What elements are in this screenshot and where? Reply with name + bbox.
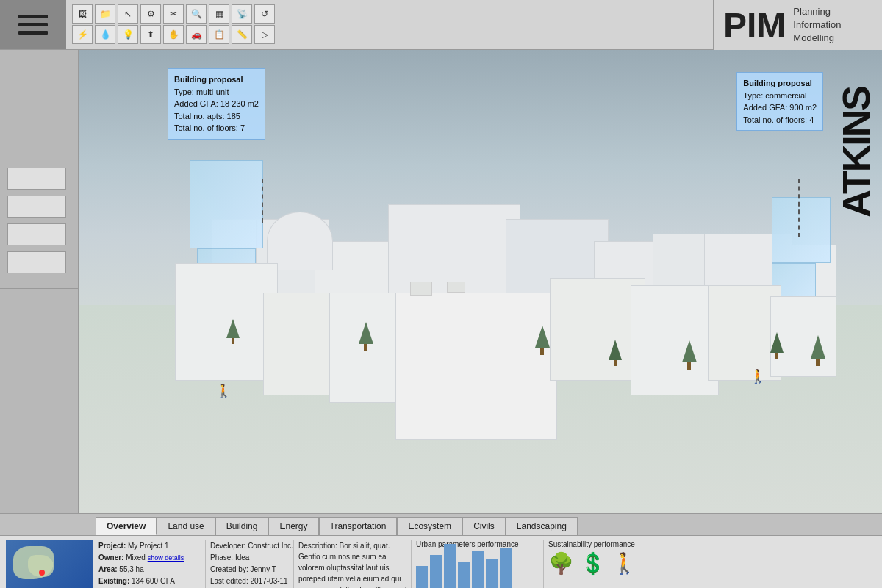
tooltip-right-title: Building proposal <box>743 77 817 90</box>
info-row: Project: My Project 1 Owner: Mixed show … <box>0 535 882 588</box>
owner-row: Owner: Mixed show details <box>98 552 205 564</box>
tb-btn-select[interactable]: ↖ <box>118 4 138 24</box>
building-tooltip-right[interactable]: Building proposal Type: commercial Added… <box>736 72 823 131</box>
tab-civils[interactable]: Civils <box>462 517 506 535</box>
tb-btn-clipboard[interactable]: 📋 <box>209 25 229 44</box>
project-label: Project: <box>98 542 126 550</box>
hamburger-line <box>18 23 48 26</box>
bar-2 <box>430 555 442 588</box>
tab-building[interactable]: Building <box>215 517 269 535</box>
pim-line3: Modelling <box>793 32 841 45</box>
tree-1 <box>359 322 373 351</box>
tooltip-left-title: Building proposal <box>174 74 259 86</box>
tooltip-right-line <box>798 179 800 237</box>
tab-land-use[interactable]: Land use <box>157 517 215 535</box>
tb-btn-search[interactable]: 🔍 <box>186 4 207 24</box>
tooltip-left-type: Type: multi-unit <box>174 86 259 98</box>
sidebar-btn-3[interactable] <box>7 223 66 245</box>
bar-7 <box>500 548 512 588</box>
viewport-3d[interactable]: Building proposal Type: multi-unit Added… <box>79 50 882 513</box>
project-value: My Project 1 <box>128 542 169 550</box>
pedestrian-2: 🚶 <box>750 368 766 384</box>
tb-btn-hand[interactable]: ✋ <box>163 25 184 44</box>
tb-btn-water[interactable]: 💧 <box>95 25 115 44</box>
building-tooltip-left[interactable]: Building proposal Type: multi-unit Added… <box>168 68 265 140</box>
sustainability-title: Sustainability performance <box>548 540 675 548</box>
bar-3 <box>444 544 456 588</box>
sidebar-btn-1[interactable] <box>7 168 66 190</box>
tb-btn-up[interactable]: ⬆ <box>140 25 161 44</box>
sidebar-bottom <box>0 288 78 435</box>
pedestrian-1: 🚶 <box>215 383 232 399</box>
toolbar: 🖼 📁 ↖ ⚙ ✂ 🔍 ▦ 📡 ↺ ⚡ 💧 💡 ⬆ ✋ 🚗 📋 📏 ▷ PIM … <box>0 0 882 50</box>
tab-overview[interactable]: Overview <box>96 517 157 535</box>
tb-btn-power[interactable]: ⚡ <box>72 25 93 44</box>
tooltip-right-gfa: Added GFA: 900 m2 <box>743 101 817 114</box>
tb-btn-refresh[interactable]: ↺ <box>254 4 275 24</box>
last-edited-label: Last edited: <box>210 577 248 585</box>
roof-detail-2 <box>447 282 465 293</box>
show-details-link[interactable]: show details <box>148 554 184 562</box>
sustainability-section: Sustainability performance 🌳 💲 🚶 <box>543 540 675 588</box>
tb-btn-car[interactable]: 🚗 <box>186 25 207 44</box>
last-edited-row: Last edited: 2017-03-11 <box>210 576 293 587</box>
sustainability-icons: 🌳 💲 🚶 <box>548 551 675 576</box>
roof-detail-1 <box>410 282 432 296</box>
building-fg-2 <box>263 293 337 395</box>
main-area: Building proposal Type: multi-unit Added… <box>0 50 882 513</box>
hamburger-menu[interactable] <box>0 0 66 49</box>
last-edited-value: 2017-03-11 <box>251 577 288 585</box>
description-label: Description: <box>298 542 337 550</box>
created-by-value: Jenny T <box>250 565 276 573</box>
building-fg-main <box>395 293 557 440</box>
tb-btn-open[interactable]: 📁 <box>95 4 115 24</box>
tb-btn-grid[interactable]: ▦ <box>209 4 229 24</box>
tab-ecosystem[interactable]: Ecosystem <box>397 517 462 535</box>
existing-label: Existing: <box>98 577 129 585</box>
bar-chart <box>416 551 543 588</box>
area-row: Area: 55,3 ha <box>98 564 205 576</box>
sidebar-buttons <box>0 160 78 281</box>
tab-landscaping[interactable]: Landscaping <box>506 517 578 535</box>
existing-row: Existing: 134 600 GFA <box>98 576 205 587</box>
sidebar <box>0 50 79 513</box>
area-label: Area: <box>98 565 118 573</box>
tb-btn-measure[interactable]: 📏 <box>232 25 252 44</box>
tooltip-right-floors: Total no. of floors: 4 <box>743 114 817 126</box>
tb-btn-play[interactable]: ▷ <box>254 25 275 44</box>
sidebar-btn-4[interactable] <box>7 251 66 273</box>
tree-7 <box>811 335 825 366</box>
urban-chart-title: Urban parameters performance <box>416 540 543 548</box>
dollar-icon: 💲 <box>580 551 606 576</box>
developer-label: Developer: <box>210 542 245 550</box>
tooltip-right-type: Type: commercial <box>743 90 817 102</box>
bar-4 <box>458 562 470 588</box>
tb-btn-signal[interactable]: 📡 <box>232 4 252 24</box>
tree-2 <box>535 326 550 355</box>
bottom-panel: Overview Land use Building Energy Transp… <box>0 513 882 588</box>
created-by-label: Created by: <box>210 565 248 573</box>
proposal-building-1[interactable] <box>190 160 263 248</box>
dome-building <box>267 212 333 270</box>
sidebar-top <box>0 57 78 160</box>
urban-chart-section: Urban parameters performance <box>411 540 543 588</box>
phase-row: Phase: Idea <box>210 552 293 564</box>
sidebar-btn-2[interactable] <box>7 196 66 218</box>
tb-btn-save[interactable]: 🖼 <box>72 4 93 24</box>
pim-subtitle: Planning Information Modelling <box>793 5 841 46</box>
tab-transportation[interactable]: Transportation <box>319 517 398 535</box>
map-section <box>6 540 93 588</box>
tb-btn-light[interactable]: 💡 <box>118 25 138 44</box>
bar-5 <box>472 551 484 588</box>
phase-label: Phase: <box>210 553 233 562</box>
tooltip-left-floors: Total no. of floors: 7 <box>174 122 259 135</box>
building-fg-5 <box>631 285 719 395</box>
owner-label: Owner: <box>98 553 123 562</box>
tb-btn-settings[interactable]: ⚙ <box>140 4 161 24</box>
proposal-building-2[interactable] <box>772 197 831 263</box>
owner-value: Mixed <box>126 553 146 562</box>
tab-energy[interactable]: Energy <box>268 517 318 535</box>
created-by-row: Created by: Jenny T <box>210 564 293 576</box>
tb-btn-cut[interactable]: ✂ <box>163 4 184 24</box>
pim-line2: Information <box>793 18 841 32</box>
